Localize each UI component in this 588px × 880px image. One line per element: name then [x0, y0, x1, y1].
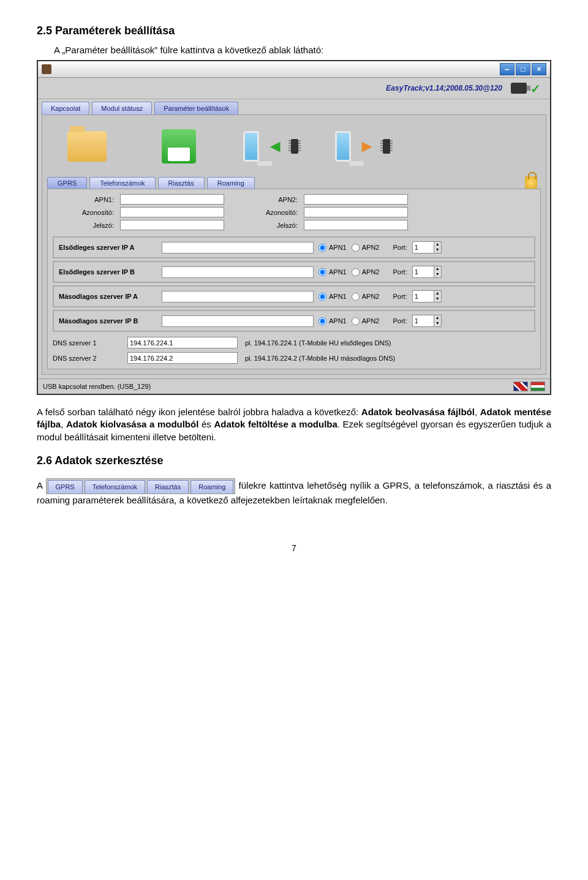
spin-up[interactable]: ▲	[434, 266, 441, 272]
arrow-left-icon: ◄	[266, 137, 284, 156]
apn2-radio-label: APN2	[362, 293, 380, 300]
sub-tabs: GPRS Telefonszámok Riasztás Roaming	[47, 176, 541, 189]
apn2-label: APN2:	[230, 196, 298, 203]
arrow-right-icon: ►	[358, 137, 375, 156]
text: ,	[475, 407, 480, 417]
azon2-input[interactable]	[304, 207, 408, 217]
spin-up[interactable]: ▲	[434, 242, 441, 247]
mini-tab-roaming: Roaming	[190, 480, 233, 494]
chip-icon	[291, 139, 298, 154]
jelszo2-input[interactable]	[304, 220, 408, 230]
lock-icon[interactable]	[525, 176, 537, 189]
section-25-title: 2.5 Paraméterek beállítása	[37, 24, 551, 37]
section-25-intro: A „Paraméter beállítások” fülre kattintv…	[54, 45, 551, 55]
main-tabs: Kapcsolat Modul státusz Paraméter beállí…	[38, 99, 550, 115]
apn1-input[interactable]	[120, 194, 224, 205]
section-26-title: 2.6 Adatok szerkesztése	[37, 454, 551, 467]
apn1-label: APN1:	[53, 196, 114, 203]
bold-text: Adatok beolvasása fájlból	[361, 407, 475, 417]
dns1-input[interactable]	[127, 337, 238, 348]
spin-down[interactable]: ▼	[434, 321, 441, 326]
apn1-radio-label: APN1	[329, 268, 347, 276]
server-label: Másodlagos szerver IP A	[59, 293, 157, 300]
server-ip-input[interactable]	[162, 266, 314, 278]
text: és	[198, 419, 214, 429]
monitor-icon	[335, 131, 351, 162]
bold-text: Adatok kiolvasása a modulból	[66, 419, 198, 429]
azon1-input[interactable]	[120, 207, 224, 217]
dns2-input[interactable]	[127, 352, 238, 364]
load-from-file-button[interactable]	[59, 125, 115, 168]
read-from-module-button[interactable]: ◄	[243, 125, 298, 168]
flag-uk-icon[interactable]	[513, 382, 528, 391]
port-input[interactable]	[413, 267, 434, 277]
monitor-icon	[243, 131, 259, 162]
jelszo1-label: Jelszó:	[53, 222, 114, 229]
server-row-0: Elsődleges szerver IP A APN1 APN2 Port: …	[53, 236, 535, 258]
statusbar: USB kapcsolat rendben. (USB_129)	[38, 378, 550, 394]
apn2-radio[interactable]	[352, 268, 360, 276]
server-label: Másodlagos szerver IP B	[59, 317, 157, 325]
maximize-button[interactable]: □	[516, 63, 530, 75]
server-label: Elsődleges szerver IP A	[59, 244, 157, 251]
spin-down[interactable]: ▼	[434, 296, 441, 302]
folder-icon	[67, 131, 107, 162]
spin-down[interactable]: ▼	[434, 272, 441, 277]
subtab-telefonszamok[interactable]: Telefonszámok	[89, 177, 155, 189]
apn1-radio[interactable]	[318, 293, 326, 301]
app-icon	[42, 64, 51, 74]
spin-up[interactable]: ▲	[434, 315, 441, 321]
apn2-radio-label: APN2	[362, 317, 380, 325]
status-text: USB kapcsolat rendben. (USB_129)	[43, 383, 151, 390]
server-ip-input[interactable]	[162, 291, 314, 303]
titlebar: ‒ □ ×	[38, 61, 550, 78]
apn2-radio-label: APN2	[362, 268, 380, 276]
mini-tab-telefonszamok: Telefonszámok	[85, 480, 145, 494]
apn2-radio[interactable]	[352, 317, 360, 325]
tab-kapcsolat[interactable]: Kapcsolat	[42, 102, 89, 115]
dns2-hint: pl. 194.176.224.2 (T-Mobile HU másodlago…	[245, 355, 535, 362]
server-label: Elsődleges szerver IP B	[59, 268, 157, 276]
apn1-radio[interactable]	[318, 317, 326, 325]
usb-icon	[511, 83, 527, 94]
dns1-label: DNS szerver 1	[53, 339, 120, 347]
port-spinner[interactable]: ▲▼	[412, 266, 442, 278]
tab-modul-statusz[interactable]: Modul státusz	[92, 102, 152, 115]
dns-section: DNS szerver 1 pl. 194.176.224.1 (T-Mobil…	[53, 337, 535, 364]
toolbar-big-icons: ◄ ►	[47, 120, 541, 176]
subtab-riasztas[interactable]: Riasztás	[158, 177, 205, 189]
port-spinner[interactable]: ▲▼	[412, 315, 442, 327]
check-icon: ✓	[530, 81, 544, 95]
minimize-button[interactable]: ‒	[500, 63, 514, 75]
subtab-roaming[interactable]: Roaming	[207, 177, 255, 189]
server-ip-input[interactable]	[162, 315, 314, 327]
inline-subtab-image: GPRS Telefonszámok Riasztás Roaming	[46, 478, 236, 494]
apn2-radio-label: APN2	[362, 244, 380, 251]
tab-parameter-beallitasok[interactable]: Paraméter beállítások	[154, 102, 238, 115]
apn2-radio[interactable]	[352, 244, 360, 252]
flag-hu-icon[interactable]	[530, 382, 545, 391]
server-ip-input[interactable]	[162, 242, 314, 254]
subtab-gprs[interactable]: GPRS	[47, 177, 87, 189]
mini-tab-gprs: GPRS	[48, 480, 83, 494]
floppy-icon	[162, 129, 196, 164]
jelszo1-input[interactable]	[120, 220, 224, 230]
apn1-radio[interactable]	[318, 244, 326, 252]
text: A	[37, 480, 46, 491]
apn1-radio[interactable]	[318, 268, 326, 276]
upload-to-module-button[interactable]: ►	[335, 125, 390, 168]
port-spinner[interactable]: ▲▼	[412, 290, 442, 303]
port-input[interactable]	[413, 291, 434, 301]
apn2-input[interactable]	[304, 194, 408, 205]
bold-text: Adatok feltöltése a modulba	[214, 419, 337, 429]
port-input[interactable]	[413, 316, 434, 326]
azon1-label: Azonosító:	[53, 209, 114, 216]
port-spinner[interactable]: ▲▼	[412, 241, 442, 254]
save-to-file-button[interactable]	[151, 125, 206, 168]
text: ,	[61, 419, 66, 429]
port-input[interactable]	[413, 243, 434, 252]
apn2-radio[interactable]	[352, 293, 360, 301]
spin-down[interactable]: ▼	[434, 247, 441, 253]
spin-up[interactable]: ▲	[434, 291, 441, 296]
close-button[interactable]: ×	[532, 63, 546, 75]
